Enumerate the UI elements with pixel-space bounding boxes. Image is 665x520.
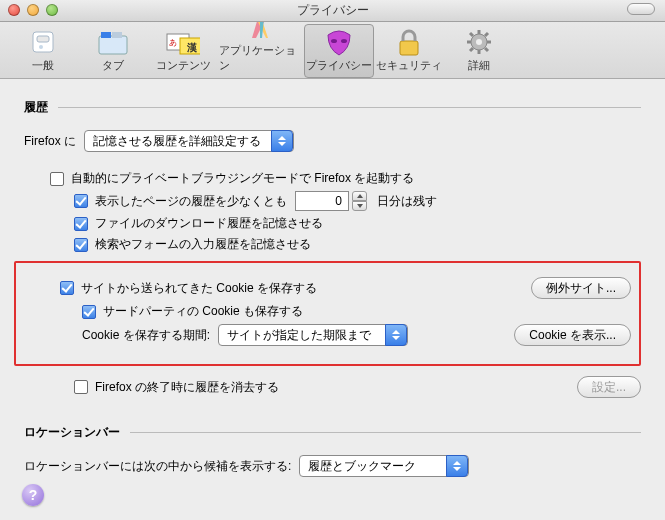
tab-advanced[interactable]: 詳細: [444, 24, 514, 78]
select-value: 記憶させる履歴を詳細設定する: [93, 133, 261, 150]
tab-general[interactable]: 一般: [8, 24, 78, 78]
pages-days-input[interactable]: [295, 191, 349, 211]
pages-history-row: 表示したページの履歴を少なくとも 日分は残す: [24, 191, 641, 211]
content-icon: あ漢: [166, 27, 200, 57]
locationbar-select[interactable]: 履歴とブックマーク: [299, 455, 469, 477]
section-title: 履歴: [24, 99, 58, 116]
accept-cookies-label: サイトから送られてきた Cookie を保存する: [81, 280, 317, 297]
auto-private-row: 自動的にプライベートブラウジングモードで Firefox を起動する: [24, 170, 641, 187]
clear-settings-button: 設定...: [577, 376, 641, 398]
forms-row: 検索やフォームの入力履歴を記憶させる: [24, 236, 641, 253]
auto-private-checkbox[interactable]: [50, 172, 64, 186]
pages-history-checkbox[interactable]: [74, 194, 88, 208]
svg-line-20: [485, 48, 488, 51]
tab-content[interactable]: あ漢 コンテンツ: [148, 24, 218, 78]
divider: [58, 107, 641, 108]
third-party-row: サードパーティの Cookie も保存する: [24, 303, 631, 320]
select-value: サイトが指定した期限まで: [227, 327, 371, 344]
locationbar-label: ロケーションバーには次の中から候補を表示する:: [24, 458, 291, 475]
zoom-icon[interactable]: [46, 4, 58, 16]
help-button[interactable]: ?: [22, 484, 44, 506]
svg-rect-1: [37, 36, 49, 42]
svg-rect-5: [112, 32, 122, 38]
tab-label: コンテンツ: [156, 58, 211, 73]
show-cookies-button[interactable]: Cookie を表示...: [514, 324, 631, 346]
svg-text:漢: 漢: [186, 42, 198, 53]
mask-icon: [324, 27, 354, 57]
keep-cookies-row: Cookie を保存する期間: サイトが指定した期限まで Cookie を表示.…: [24, 324, 631, 346]
tab-security[interactable]: セキュリティ: [374, 24, 444, 78]
keep-cookies-label: Cookie を保存する期間:: [82, 327, 210, 344]
third-party-label: サードパーティの Cookie も保存する: [103, 303, 303, 320]
tab-label: 詳細: [468, 58, 490, 73]
forms-label: 検索やフォームの入力履歴を記憶させる: [95, 236, 311, 253]
svg-rect-3: [99, 36, 127, 54]
toolbar: 一般 タブ あ漢 コンテンツ アプリケーション プライバシー セキュリティ 詳: [0, 22, 665, 79]
downloads-checkbox[interactable]: [74, 217, 88, 231]
svg-point-11: [341, 39, 347, 43]
history-mode-select[interactable]: 記憶させる履歴を詳細設定する: [84, 130, 294, 152]
downloads-row: ファイルのダウンロード履歴を記憶させる: [24, 215, 641, 232]
chevron-updown-icon: [446, 455, 468, 477]
tab-label: アプリケーション: [219, 43, 303, 73]
svg-line-19: [470, 33, 473, 36]
switch-icon: [29, 27, 57, 57]
tab-tabs[interactable]: タブ: [78, 24, 148, 78]
accept-cookies-row: サイトから送られてきた Cookie を保存する 例外サイト...: [24, 277, 631, 299]
window-controls: [8, 4, 58, 16]
locationbar-row: ロケーションバーには次の中から候補を表示する: 履歴とブックマーク: [24, 455, 641, 477]
lock-icon: [396, 27, 422, 57]
svg-point-14: [476, 39, 482, 45]
accept-cookies-checkbox[interactable]: [60, 281, 74, 295]
downloads-label: ファイルのダウンロード履歴を記憶させる: [95, 215, 323, 232]
chevron-updown-icon: [385, 324, 407, 346]
clear-on-close-row: Firefox の終了時に履歴を消去する 設定...: [24, 376, 641, 398]
clear-on-close-label: Firefox の終了時に履歴を消去する: [95, 379, 279, 396]
minimize-icon[interactable]: [27, 4, 39, 16]
exceptions-button[interactable]: 例外サイト...: [531, 277, 631, 299]
tab-label: タブ: [102, 58, 124, 73]
pages-history-label-pre: 表示したページの履歴を少なくとも: [95, 193, 287, 210]
tab-label: セキュリティ: [376, 58, 442, 73]
auto-private-label: 自動的にプライベートブラウジングモードで Firefox を起動する: [71, 170, 414, 187]
window-title: プライバシー: [297, 2, 369, 19]
help-icon: ?: [29, 487, 38, 503]
section-locationbar: ロケーションバー: [24, 424, 641, 441]
tab-label: プライバシー: [306, 58, 372, 73]
svg-line-21: [470, 48, 473, 51]
svg-rect-12: [400, 41, 418, 55]
pages-history-label-post: 日分は残す: [377, 193, 437, 210]
svg-rect-4: [101, 32, 111, 38]
history-mode-label: Firefox に: [24, 133, 76, 150]
tab-privacy[interactable]: プライバシー: [304, 24, 374, 78]
stepper-down[interactable]: [352, 201, 367, 211]
history-mode-row: Firefox に 記憶させる履歴を詳細設定する: [24, 130, 641, 152]
select-value: 履歴とブックマーク: [308, 458, 416, 475]
titlebar: プライバシー: [0, 0, 665, 22]
third-party-checkbox[interactable]: [82, 305, 96, 319]
section-title: ロケーションバー: [24, 424, 130, 441]
svg-point-10: [331, 39, 337, 43]
section-history: 履歴: [24, 99, 641, 116]
close-icon[interactable]: [8, 4, 20, 16]
toolbar-toggle-button[interactable]: [627, 3, 655, 15]
tab-label: 一般: [32, 58, 54, 73]
tab-applications[interactable]: アプリケーション: [218, 24, 304, 78]
chevron-updown-icon: [271, 130, 293, 152]
content-area: 履歴 Firefox に 記憶させる履歴を詳細設定する 自動的にプライベートブラ…: [0, 79, 665, 493]
svg-line-22: [485, 33, 488, 36]
forms-checkbox[interactable]: [74, 238, 88, 252]
tabs-icon: [97, 27, 129, 57]
svg-text:あ: あ: [169, 38, 177, 47]
gear-icon: [465, 27, 493, 57]
cookies-group: サイトから送られてきた Cookie を保存する 例外サイト... サードパーテ…: [14, 261, 641, 366]
keep-cookies-select[interactable]: サイトが指定した期限まで: [218, 324, 408, 346]
clear-on-close-checkbox[interactable]: [74, 380, 88, 394]
svg-point-2: [39, 45, 43, 49]
stepper-up[interactable]: [352, 191, 367, 201]
divider: [130, 432, 641, 433]
